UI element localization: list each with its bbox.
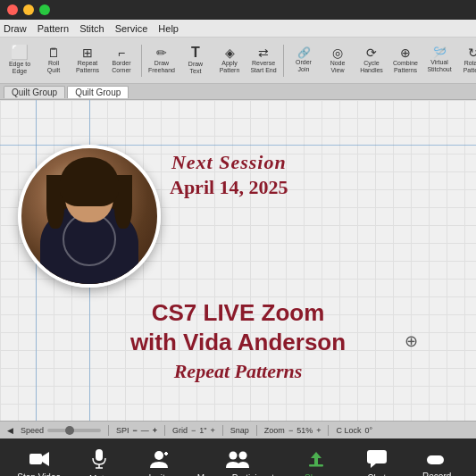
share-icon xyxy=(307,450,325,471)
menu-service[interactable]: Service xyxy=(115,23,148,34)
svg-rect-11 xyxy=(309,464,323,467)
scroll-left-icon[interactable]: ◀ xyxy=(7,426,13,435)
spi-value: — xyxy=(141,426,149,435)
cycle-handles-button[interactable]: ⟳ CycleHandles xyxy=(355,40,388,81)
hair-top xyxy=(61,157,119,206)
maximize-button[interactable] xyxy=(39,4,50,15)
tab-bar: Quilt Group Quilt Group xyxy=(0,84,476,100)
manage-participants-icon xyxy=(226,450,249,471)
border-corner-button[interactable]: ⌐ BorderCorner xyxy=(105,40,138,81)
virtual-stitchout-button[interactable]: 🪡 VirtualStitchout xyxy=(423,40,455,81)
svg-point-5 xyxy=(154,451,163,460)
main-title: CS7 LIVE Zoomwith Vida Anderson xyxy=(130,298,346,356)
menu-bar: Draw Pattern Stitch Service Help xyxy=(0,20,476,38)
zoom-minus[interactable]: − xyxy=(288,426,293,435)
speed-label: Speed xyxy=(21,426,44,435)
menu-stitch[interactable]: Stitch xyxy=(79,23,104,34)
record-label: Record xyxy=(422,472,451,476)
menu-draw[interactable]: Draw xyxy=(4,23,27,34)
subtitle: Repeat Patterns xyxy=(174,360,303,383)
tab-quilt-group-2[interactable]: Quilt Group xyxy=(67,86,129,98)
snap-label: Snap xyxy=(230,426,249,435)
speed-handle xyxy=(65,426,74,435)
rotate-pattern-icon: ↻ xyxy=(468,46,476,59)
edge-to-edge-button[interactable]: ⬜ Edge toEdge xyxy=(4,40,36,81)
svg-marker-1 xyxy=(42,452,49,466)
grid-minus[interactable]: − xyxy=(191,426,196,435)
invite-label: Invite xyxy=(149,473,171,477)
draw-freehand-button[interactable]: ✏ DrawFreehand xyxy=(146,40,178,81)
promo-container: Next Session April 14, 2025 CS7 LIVE Zoo… xyxy=(0,100,476,421)
order-join-button[interactable]: 🔗 OrderJoin xyxy=(288,40,320,81)
rotate-pattern-button[interactable]: ↻ RotatePattern xyxy=(457,40,476,81)
tab-quilt-group-1[interactable]: Quilt Group xyxy=(4,86,65,98)
node-view-button[interactable]: ◎ NodeView xyxy=(322,40,354,81)
divider-1 xyxy=(108,425,109,436)
share-label: Share xyxy=(305,473,329,477)
edge-to-edge-icon: ⬜ xyxy=(11,46,29,60)
chat-button[interactable]: Chat xyxy=(355,450,399,477)
reverse-start-end-button[interactable]: ⇄ ReverseStart End xyxy=(247,40,280,81)
zoom-value: 51% xyxy=(296,426,313,435)
grid-label: Grid xyxy=(172,426,188,435)
draw-freehand-icon: ✏ xyxy=(156,46,167,59)
combine-patterns-button[interactable]: ⊕ CombinePatterns xyxy=(389,40,422,81)
svg-point-8 xyxy=(230,451,238,459)
next-session-label: Next Session xyxy=(170,151,288,174)
close-button[interactable] xyxy=(7,4,18,15)
toolbar-divider-2 xyxy=(283,45,284,77)
record-button[interactable]: Record xyxy=(414,451,459,476)
bottom-controls-bar: Stop Video Mute Invite xyxy=(0,438,476,476)
divider-4 xyxy=(256,425,257,436)
svg-rect-0 xyxy=(29,454,42,464)
roll-quilt-button[interactable]: 🗒 RollQuilt xyxy=(38,40,70,81)
grid-plus[interactable]: + xyxy=(211,426,215,435)
toolbar: ⬜ Edge toEdge 🗒 RollQuilt ⊞ RepeatPatter… xyxy=(0,38,476,84)
stop-video-icon xyxy=(29,451,49,470)
invite-icon xyxy=(150,450,168,471)
title-bar xyxy=(0,0,476,20)
svg-marker-10 xyxy=(311,452,322,466)
svg-rect-2 xyxy=(96,449,103,461)
mute-icon xyxy=(92,449,106,472)
crosshair-icon: ⊕ xyxy=(405,331,422,349)
roll-quilt-icon: 🗒 xyxy=(47,46,60,59)
mute-button[interactable]: Mute xyxy=(77,449,121,477)
virtual-stitchout-icon: 🪡 xyxy=(433,47,447,58)
zoom-plus[interactable]: + xyxy=(316,426,321,435)
session-date: April 14, 2025 xyxy=(170,176,288,199)
grid-value: 1" xyxy=(199,426,206,435)
status-bar: ◀ Speed SPI − — + Grid − 1" + Snap Zoom … xyxy=(0,421,476,438)
share-button[interactable]: Share xyxy=(294,450,338,477)
invite-button[interactable]: Invite xyxy=(137,450,181,477)
profile-photo xyxy=(18,145,161,288)
clock-value: 0° xyxy=(364,426,372,435)
repeat-patterns-button[interactable]: ⊞ RepeatPatterns xyxy=(71,40,104,81)
minimize-button[interactable] xyxy=(23,4,34,15)
divider-3 xyxy=(222,425,223,436)
svg-rect-16 xyxy=(431,455,439,464)
cycle-handles-icon: ⟳ xyxy=(366,46,377,59)
manage-participants-button[interactable]: Manage Participants xyxy=(197,450,279,477)
apply-pattern-icon: ◈ xyxy=(225,46,235,59)
stop-video-button[interactable]: Stop Video xyxy=(17,451,62,477)
clock-label: C Lock xyxy=(336,426,361,435)
spi-label: SPI xyxy=(116,426,129,435)
node-view-icon: ◎ xyxy=(332,46,343,59)
svg-rect-12 xyxy=(367,450,387,463)
draw-text-button[interactable]: T DrawText xyxy=(180,40,212,81)
chat-label: Chat xyxy=(367,473,386,477)
menu-pattern[interactable]: Pattern xyxy=(38,23,69,34)
svg-point-9 xyxy=(239,451,247,459)
chat-icon xyxy=(367,450,387,471)
menu-help[interactable]: Help xyxy=(158,23,179,34)
divider-5 xyxy=(328,425,329,436)
spi-minus[interactable]: − xyxy=(133,426,138,435)
repeat-patterns-icon: ⊞ xyxy=(82,46,93,59)
manage-participants-label: Manage Participants xyxy=(197,473,279,477)
record-icon xyxy=(427,451,447,469)
spi-plus[interactable]: + xyxy=(153,426,157,435)
apply-pattern-button[interactable]: ◈ ApplyPattern xyxy=(213,40,246,81)
speed-slider[interactable] xyxy=(47,429,101,432)
combine-patterns-icon: ⊕ xyxy=(400,46,411,59)
